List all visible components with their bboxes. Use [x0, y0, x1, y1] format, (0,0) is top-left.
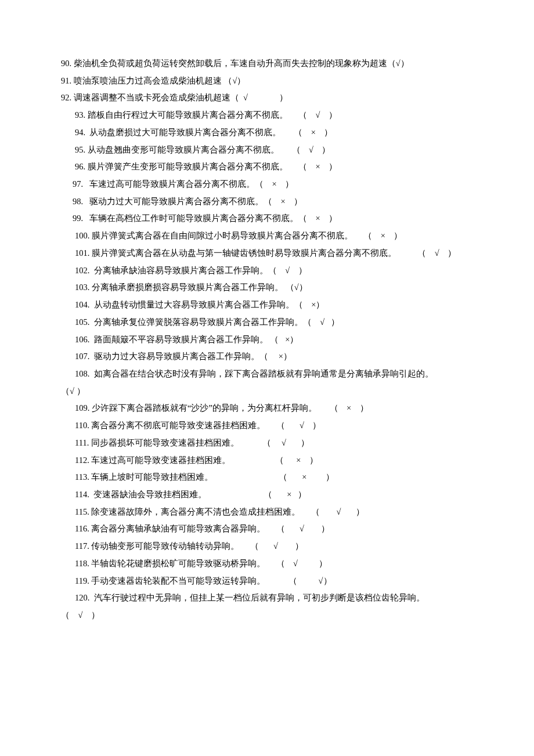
text-line: 112. 车速过高可能导致变速器挂档困难。 （ × ） [61, 452, 473, 469]
text-line: 90. 柴油机全负荷或超负荷运转突然卸载后，车速自动升高而失去控制的现象称为超速… [61, 55, 473, 73]
text-line: 105. 分离轴承复位弹簧脱落容易导致膜片离合器工作异响。（ √ ） [61, 314, 473, 331]
text-line: 106. 路面颠簸不平容易导致膜片离合器工作异响。 （ ×） [61, 331, 473, 349]
text-line: 110. 离合器分离不彻底可能导致变速器挂档困难。 （ √ ） [61, 417, 473, 435]
text-line: 101. 膜片弹簧式离合器在从动盘与第一轴键齿锈蚀时易导致膜片离合器分离不彻底。… [61, 245, 473, 262]
text-line: （ √ ） [61, 607, 473, 624]
text-line: 118. 半轴齿轮花键磨损松旷可能导致驱动桥异响。 （ √ ） [61, 555, 473, 573]
text-line: 109. 少许踩下离合器踏板就有“沙沙”的异响，为分离杠杆异响。 （ × ） [61, 400, 473, 417]
text-line: 108. 如离合器在结合状态时没有异响，踩下离合器踏板就有异响通常是分离轴承异响… [61, 366, 473, 383]
text-line: 116. 离合器分离轴承缺油有可能导致离合器异响。 （ √ ） [61, 520, 473, 538]
text-line: 96. 膜片弹簧产生变形可能导致膜片离合器分离不彻底。 （ × ） [61, 158, 473, 176]
text-line: 100. 膜片弹簧式离合器在自由间隙过小时易导致膜片离合器分离不彻底。 （ × … [61, 227, 473, 245]
text-line: 103. 分离轴承磨损磨损容易导致膜片离合器工作异响。 （√） [61, 279, 473, 296]
text-line: 91. 喷油泵喷油压力过高会造成柴油机超速 （√） [61, 73, 473, 90]
text-line: 92. 调速器调整不当或卡死会造成柴油机超速（ √ ） [61, 89, 473, 107]
text-line: 115. 除变速器故障外，离合器分离不清也会造成挂档困难。 （ √ ） [61, 504, 473, 521]
document-content: 90. 柴油机全负荷或超负荷运转突然卸载后，车速自动升高而失去控制的现象称为超速… [61, 55, 473, 624]
text-line: 120. 汽车行驶过程中无异响，但挂上某一档位后就有异响，可初步判断是该档位齿轮… [61, 589, 473, 607]
text-line: 97. 车速过高可能导致膜片离合器分离不彻底。（ × ） [61, 176, 473, 193]
text-line: 114. 变速器缺油会导致挂档困难。 （ × ） [61, 486, 473, 504]
text-line: 95. 从动盘翘曲变形可能导致膜片离合器分离不彻底。 （ √ ） [61, 142, 473, 159]
text-line: 102. 分离轴承缺油容易导致膜片离合器工作异响。（ √ ） [61, 262, 473, 280]
text-line: 98. 驱动力过大可能导致膜片离合器分离不彻底。（ × ） [61, 193, 473, 211]
document-page: 90. 柴油机全负荷或超负荷运转突然卸载后，车速自动升高而失去控制的现象称为超速… [0, 0, 534, 756]
text-line: 117. 传动轴变形可能导致传动轴转动异响。 （ √ ） [61, 538, 473, 555]
text-line: 93. 踏板自由行程过大可能导致膜片离合器分离不彻底。 （ √ ） [61, 107, 473, 124]
text-line: 99. 车辆在高档位工作时可能导致膜片离合器分离不彻底。（ × ） [61, 210, 473, 227]
text-line: 94. 从动盘磨损过大可能导致膜片离合器分离不彻底。 （ × ） [61, 124, 473, 142]
text-line: （√ ） [61, 383, 473, 400]
text-line: 111. 同步器损坏可能导致变速器挂档困难。 （ √ ） [61, 435, 473, 452]
text-line: 119. 手动变速器齿轮装配不当可能导致运转异响。 （ √） [61, 573, 473, 590]
text-line: 104. 从动盘转动惯量过大容易导致膜片离合器工作异响。（ ×） [61, 296, 473, 314]
text-line: 107. 驱动力过大容易导致膜片离合器工作异响。（ ×） [61, 348, 473, 366]
text-line: 113. 车辆上坡时可能导致挂档困难。 （ × ） [61, 469, 473, 486]
